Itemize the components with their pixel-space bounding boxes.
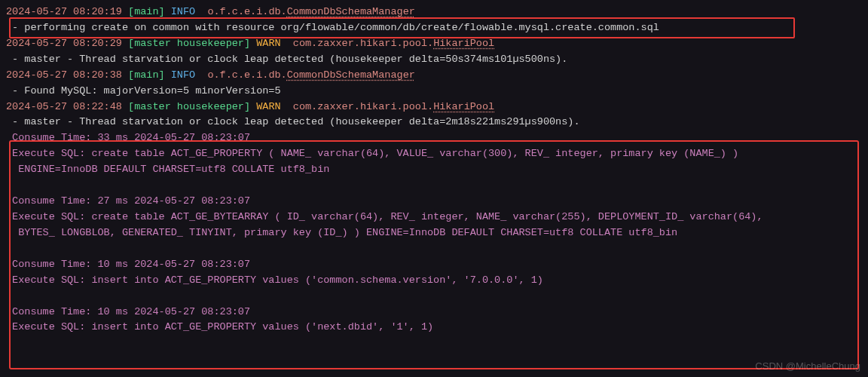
sql-text: Consume Time: 27 ms 2024-05-27 08:23:07 <box>6 195 250 207</box>
watermark: CSDN @MichelleChung <box>755 359 860 374</box>
log-line[interactable]: 2024-05-27 08:20:19 [main] INFO o.f.c.e.… <box>6 5 862 20</box>
sql-text: Consume Time: 10 ms 2024-05-27 08:23:07 <box>6 306 250 317</box>
log-line[interactable]: 2024-05-27 08:20:38 [main] INFO o.f.c.e.… <box>6 68 862 84</box>
logger-prefix: o.f.c.e.i.db. <box>207 6 286 17</box>
thread-tag: [master housekeeper] <box>128 101 250 112</box>
sql-line[interactable]: BYTES_ LONGBLOB, GENERATED_ TINYINT, pri… <box>6 225 862 241</box>
sql-text: Execute SQL: create table ACT_GE_BYTEARR… <box>6 211 763 222</box>
sql-text <box>6 179 12 191</box>
level-info: INFO <box>171 6 195 17</box>
sql-text: ENGINE=InnoDB DEFAULT CHARSET=utf8 COLLA… <box>6 164 329 175</box>
message-text: - Found MySQL: majorVersion=5 minorVersi… <box>6 85 281 97</box>
sql-line[interactable]: Execute SQL: insert into ACT_GE_PROPERTY… <box>6 273 862 289</box>
sql-line[interactable]: Execute SQL: insert into ACT_GE_PROPERTY… <box>6 320 862 336</box>
timestamp: 2024-05-27 08:20:29 <box>6 38 122 49</box>
thread-tag: [main] <box>128 69 165 81</box>
logger-name: HikariPool <box>433 38 494 49</box>
sql-line[interactable]: Execute SQL: create table ACT_GE_PROPERT… <box>6 146 862 162</box>
level-warn: WARN <box>256 101 280 112</box>
message-text: - performing create on common with resou… <box>6 22 659 33</box>
sql-line[interactable] <box>6 289 862 305</box>
timestamp: 2024-05-27 08:20:38 <box>6 69 122 81</box>
sql-line[interactable]: Consume Time: 10 ms 2024-05-27 08:23:07 <box>6 305 862 320</box>
sql-text <box>6 243 12 254</box>
logger-prefix: com.zaxxer.hikari.pool. <box>293 38 433 49</box>
sql-text: Execute SQL: insert into ACT_GE_PROPERTY… <box>6 321 433 333</box>
timestamp: 2024-05-27 08:20:19 <box>6 6 122 17</box>
sql-text: BYTES_ LONGBLOB, GENERATED_ TINYINT, pri… <box>6 227 677 238</box>
sql-line[interactable]: Consume Time: 33 ms 2024-05-27 08:23:07 <box>6 130 862 146</box>
logger-prefix: com.zaxxer.hikari.pool. <box>293 101 433 112</box>
sql-text: Consume Time: 33 ms 2024-05-27 08:23:07 <box>6 132 250 143</box>
log-line[interactable]: - performing create on common with resou… <box>6 20 862 36</box>
log-line[interactable]: - Found MySQL: majorVersion=5 minorVersi… <box>6 84 862 100</box>
timestamp: 2024-05-27 08:22:48 <box>6 101 122 112</box>
sql-line[interactable]: ENGINE=InnoDB DEFAULT CHARSET=utf8 COLLA… <box>6 162 862 178</box>
log-line[interactable]: - master - Thread starvation or clock le… <box>6 52 862 68</box>
logger-name: CommonDbSchemaManager <box>287 69 415 81</box>
sql-text: Execute SQL: create table ACT_GE_PROPERT… <box>6 148 738 159</box>
level-warn: WARN <box>256 38 280 49</box>
thread-tag: [master housekeeper] <box>128 38 250 49</box>
level-info: INFO <box>171 69 195 81</box>
sql-text: Consume Time: 10 ms 2024-05-27 08:23:07 <box>6 259 250 270</box>
sql-line[interactable]: Execute SQL: create table ACT_GE_BYTEARR… <box>6 210 862 225</box>
logger-name: HikariPool <box>433 101 494 112</box>
thread-tag: [main] <box>128 6 165 17</box>
sql-line[interactable]: Consume Time: 27 ms 2024-05-27 08:23:07 <box>6 194 862 210</box>
sql-line[interactable] <box>6 241 862 257</box>
message-text: - master - Thread starvation or clock le… <box>6 116 580 127</box>
sql-line[interactable] <box>6 178 862 194</box>
sql-line[interactable]: Consume Time: 10 ms 2024-05-27 08:23:07 <box>6 257 862 273</box>
logger-prefix: o.f.c.e.i.db. <box>207 69 286 81</box>
sql-text: Execute SQL: insert into ACT_GE_PROPERTY… <box>6 274 543 286</box>
logger-name: CommonDbSchemaManager <box>287 6 415 17</box>
log-line[interactable]: - master - Thread starvation or clock le… <box>6 115 862 130</box>
sql-text <box>6 290 12 302</box>
message-text: - master - Thread starvation or clock le… <box>6 54 567 65</box>
log-line[interactable]: 2024-05-27 08:22:48 [master housekeeper]… <box>6 100 862 115</box>
log-line[interactable]: 2024-05-27 08:20:29 [master housekeeper]… <box>6 36 862 52</box>
log-viewport: 2024-05-27 08:20:19 [main] INFO o.f.c.e.… <box>0 0 868 377</box>
